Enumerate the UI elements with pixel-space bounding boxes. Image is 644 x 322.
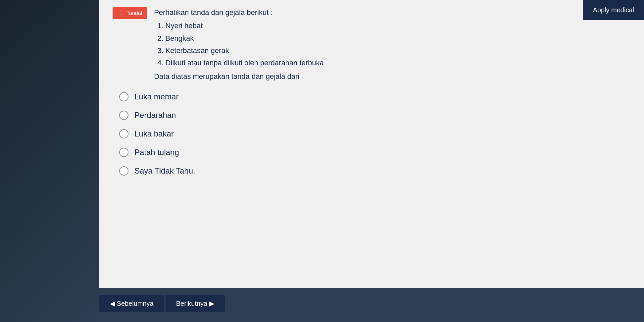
main-content-area: 📍 Tandal Perhatikan tanda dan gejala ber…: [99, 0, 644, 288]
radio-a[interactable]: [119, 92, 128, 101]
option-c[interactable]: Luka bakar: [119, 129, 631, 138]
question-item-3: 3. Keterbatasan gerak: [157, 44, 324, 57]
apply-medical-button[interactable]: Apply medical: [583, 0, 644, 20]
tandai-button[interactable]: 📍 Tandal: [113, 7, 147, 19]
option-a-label: Luka memar: [134, 92, 178, 101]
option-d-label: Patah tulang: [134, 148, 179, 157]
option-a[interactable]: Luka memar: [119, 92, 631, 101]
next-button[interactable]: Berikutnya ▶: [166, 295, 225, 312]
question-item-1: 1. Nyeri hebat: [157, 20, 324, 32]
prev-button[interactable]: ◀ Sebelumnya: [99, 295, 164, 312]
options-container: Luka memar Perdarahan Luka bakar Patah t…: [113, 92, 631, 176]
pin-icon: 📍: [118, 10, 124, 16]
radio-d[interactable]: [119, 148, 128, 157]
question-numbered-list: 1. Nyeri hebat 2. Bengkak 3. Keterbatasa…: [157, 20, 324, 69]
radio-e[interactable]: [119, 166, 128, 176]
sidebar-overlay: [0, 0, 99, 322]
bottom-navigation: ◀ Sebelumnya Berikutnya ▶: [99, 295, 225, 312]
tandai-label: Tandal: [126, 10, 142, 16]
option-d[interactable]: Patah tulang: [119, 148, 631, 157]
question-intro: Perhatikan tanda dan gejala berikut :: [154, 7, 324, 18]
next-label: Berikutnya ▶: [176, 299, 214, 307]
radio-c[interactable]: [119, 129, 128, 138]
question-text: Perhatikan tanda dan gejala berikut : 1.…: [154, 7, 324, 82]
top-bar: 📍 Tandal Perhatikan tanda dan gejala ber…: [113, 7, 631, 82]
question-item-2: 2. Bengkak: [157, 32, 324, 44]
radio-b[interactable]: [119, 111, 128, 120]
option-e[interactable]: Saya Tidak Tahu.: [119, 166, 631, 176]
option-b[interactable]: Perdarahan: [119, 111, 631, 120]
option-b-label: Perdarahan: [134, 111, 176, 120]
question-item-4: 4. Diikuti atau tanpa diikuti oleh perda…: [157, 57, 324, 69]
option-e-label: Saya Tidak Tahu.: [134, 166, 195, 176]
option-c-label: Luka bakar: [134, 129, 174, 138]
question-conclusion: Data diatas merupakan tanda dan gejala d…: [154, 71, 324, 82]
prev-label: ◀ Sebelumnya: [110, 299, 154, 307]
apply-medical-label: Apply medical: [593, 6, 634, 14]
